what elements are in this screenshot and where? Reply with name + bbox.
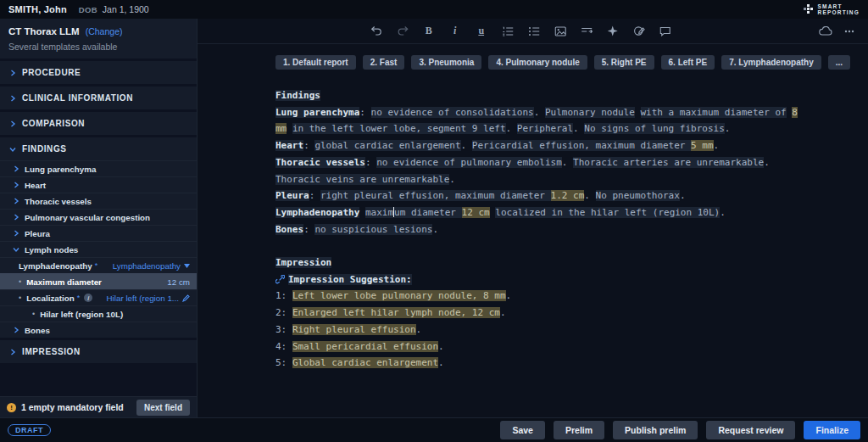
field-value[interactable]: Lymphadenopathy [113,261,190,271]
section-label: COMPARISON [22,119,85,128]
sidebar-field-hilar-left-region-10l[interactable]: •Hilar left (region 10L) [0,305,197,322]
report-text-span[interactable]: no evidence of consolidations [371,107,534,118]
sidebar-field-localization[interactable]: •Localization*iHilar left (region 1... [0,289,197,305]
report-tab-4[interactable]: 4. Pulmonary nodule [488,55,587,70]
comment-icon[interactable] [659,25,672,38]
publish-prelim-button[interactable]: Publish prelim [613,421,698,439]
report-label-span[interactable]: Pleura [275,190,309,201]
sidebar: CT Thorax LLM (Change) Several templates… [0,19,198,417]
report-text-span[interactable]: with a maximum diameter of [641,107,787,118]
report-text-span[interactable]: no evidence of pulmonary embolism [376,157,562,168]
report-label-span[interactable]: Thoracic vessels [275,157,365,168]
next-field-button[interactable]: Next field [136,400,190,416]
report-tab-5[interactable]: 5. Right PE [594,55,654,70]
field-value-span[interactable]: Left lower lobe pulmonary nodule, 8 mm [292,290,506,301]
report-text-span[interactable]: global cardiac enlargement [314,140,460,151]
report-text-span: 3: [275,324,292,335]
bold-icon[interactable]: B [422,25,436,38]
report-tab-3[interactable]: 3. Pneumonia [411,55,481,70]
chevron-right-icon [12,165,19,172]
report-text-span[interactable]: Pulmonary nodule [545,107,635,118]
chevron-right-icon [8,95,16,102]
field-value-span[interactable]: 1.2 cm [551,190,585,201]
report-label-span[interactable]: Lung parenchyma [275,107,359,118]
bullet-list-icon[interactable] [527,25,541,38]
report-line: Heart: global cardiac enlargement. Peric… [275,137,803,154]
report-text-span[interactable]: Peripheral [517,123,573,134]
insert-text-icon[interactable] [580,25,593,38]
report-text-span[interactable]: um diameter [394,207,461,218]
more-icon[interactable] [843,25,856,38]
info-icon[interactable]: i [84,294,92,302]
report-tab-8[interactable]: ... [828,55,850,70]
field-value-span[interactable]: 5 mm [691,140,714,151]
request-review-button[interactable]: Request review [706,421,795,439]
sidebar-section-comparison[interactable]: COMPARISON [0,112,197,135]
report-text-area[interactable]: FindingsLung parenchyma: no evidence of … [275,87,803,372]
bottom-bar: DRAFT SavePrelimPublish prelimRequest re… [0,417,868,442]
report-text-span[interactable]: Thoracic veins are unremarkable [275,174,449,185]
sidebar-item-lung-parenchyma[interactable]: Lung parenchyma [0,160,197,176]
sidebar-item-thoracic-vessels[interactable]: Thoracic vessels [0,193,197,209]
ai-sparkle-icon[interactable] [606,25,620,38]
prelim-button[interactable]: Prelim [554,421,604,439]
sidebar-field-lymphadenopathy[interactable]: Lymphadenopathy*Lymphadenopathy [0,257,197,273]
sidebar-item-heart[interactable]: Heart [0,176,197,193]
report-tab-1[interactable]: 1. Default report [275,55,356,70]
report-label-span[interactable]: Bones [275,224,303,235]
underline-icon[interactable]: u [475,25,488,38]
report-tab-6[interactable]: 6. Left PE [661,55,715,70]
undo-icon[interactable] [370,25,383,38]
report-line: 5: Global cardiac enlargement. [275,355,803,372]
report-text-span[interactable]: right pleural effusion, maximum diameter [320,190,551,201]
change-template-link[interactable]: (Change) [86,26,123,36]
redo-icon[interactable] [396,25,409,38]
item-label: Pulmonary vascular congestion [25,213,150,222]
sidebar-item-lymph-nodes[interactable]: Lymph nodes [0,241,197,257]
field-value-span[interactable]: Enlarged left hilar lymph node, 12 cm [292,307,500,318]
ordered-list-icon[interactable] [501,25,515,38]
report-line: 3: Right pleural effusion. [275,322,803,338]
report-text-span[interactable]: Thoracic arteries are unremarkable [573,157,764,168]
editor-content: 1. Default report2. Fast3. Pneumonia4. P… [198,44,868,417]
chevron-right-icon [8,120,16,127]
field-value-span[interactable]: Small pericardial effusion [292,341,438,352]
report-text-span: . [725,123,731,134]
sidebar-section-findings[interactable]: FINDINGS [0,137,197,160]
annotate-icon[interactable] [632,25,646,38]
chevron-right-icon [12,230,19,237]
sidebar-item-pulmonary-vascular-congestion[interactable]: Pulmonary vascular congestion [0,209,197,225]
report-label-span[interactable]: Heart [275,140,303,151]
field-value-span[interactable]: Right pleural effusion [292,324,416,335]
report-tab-7[interactable]: 7. Lymphadenopathy [721,55,821,70]
italic-icon[interactable]: i [448,25,462,38]
field-value[interactable]: Hilar left (region 1... [107,294,190,303]
sidebar-item-pleura[interactable]: Pleura [0,225,197,241]
report-text-span[interactable]: No pneumothorax [596,190,680,201]
report-text-span[interactable]: Pericardial effusion, maximum diameter [472,140,691,151]
cloud-icon[interactable] [819,25,832,38]
field-label: Maximum diameter [26,277,102,287]
field-value[interactable]: 12 cm [167,277,190,287]
report-label-span[interactable]: Lymphadenopathy [275,207,359,218]
report-text-span[interactable]: maxim [365,207,393,218]
report-text-span[interactable]: localized in the hilar left (region 10L) [495,207,720,218]
report-label-span[interactable]: Impression [275,257,331,268]
field-value-span[interactable]: Global cardiac enlargement [292,357,438,368]
report-tab-2[interactable]: 2. Fast [363,55,405,70]
sidebar-field-maximum-diameter[interactable]: •Maximum diameter12 cm [0,273,197,289]
sidebar-section-procedure[interactable]: PROCEDURE [0,61,197,84]
sidebar-section-impression[interactable]: IMPRESSION [0,340,197,363]
insert-image-icon[interactable] [554,25,567,38]
sidebar-section-clinical-information[interactable]: CLINICAL INFORMATION [0,87,197,109]
report-text-span[interactable]: no suspicious lesions [314,224,432,235]
save-button[interactable]: Save [500,421,545,439]
sidebar-item-bones[interactable]: Bones [0,322,197,338]
report-label-span[interactable]: Findings [275,90,320,101]
report-text-span: : [303,224,314,235]
report-text-span[interactable]: in the left lower lobe, segment 9 left [292,123,506,134]
report-text-span[interactable]: No signs of lung fibrosis [584,123,725,134]
field-value-span[interactable]: 12 cm [462,207,490,218]
finalize-button[interactable]: Finalize [804,421,860,439]
report-label-span[interactable]: Impression Suggestion: [288,274,412,285]
